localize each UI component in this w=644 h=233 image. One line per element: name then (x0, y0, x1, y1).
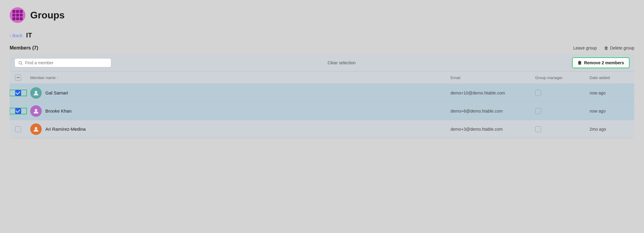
group-manager-label: Group manager (535, 75, 563, 80)
back-arrow-icon: ‹ (10, 33, 11, 38)
remove-trash-icon: 🗑 (577, 60, 582, 65)
table-row: Ari Ramírez-Medina demo+3@demo.htable.co… (10, 120, 634, 138)
grid-dot (20, 10, 23, 13)
row-1-date: now ago (586, 91, 634, 95)
row-1-checkbox-cell[interactable] (10, 90, 27, 96)
back-label: Back (12, 33, 22, 38)
grid-dot (12, 14, 15, 17)
clear-selection-button[interactable]: Clear selection (116, 60, 567, 65)
trash-icon: 🗑 (604, 46, 608, 50)
app-header: Groups (10, 7, 634, 23)
table-row: Brooke Khan demo+6@demo.htable.com now a… (10, 102, 634, 120)
members-toolbar: Members (7) Leave group 🗑 Delete group (10, 45, 634, 51)
row-1-manager-checkbox[interactable] (535, 90, 541, 96)
row-3-checkbox-cell[interactable] (10, 126, 27, 132)
row-2-checkbox-cell[interactable] (10, 108, 27, 114)
row-2-avatar (30, 105, 42, 117)
row-3-name: Ari Ramírez-Medina (45, 126, 86, 132)
remove-members-label: Remove 2 members (584, 60, 624, 65)
delete-group-button[interactable]: 🗑 Delete group (604, 46, 634, 50)
table-header: Member name ↑ Email Group manager Date a… (10, 72, 634, 84)
row-1-manager[interactable] (532, 90, 586, 96)
row-1-name: Gal Samari (45, 90, 68, 95)
app-icon (10, 7, 25, 23)
row-1-email: demo+10@demo.htable.com (447, 91, 532, 95)
search-icon (18, 61, 23, 65)
back-link[interactable]: ‹ Back (10, 33, 22, 38)
row-2-member: Brooke Khan (27, 105, 447, 117)
svg-line-1 (21, 64, 22, 65)
row-3-email: demo+3@demo.htable.com (447, 127, 532, 132)
grid-dot (16, 17, 19, 20)
th-email: Email (447, 75, 532, 81)
member-name-label: Member name (30, 75, 56, 80)
row-1-avatar (30, 87, 42, 99)
row-2-manager-checkbox[interactable] (535, 108, 541, 114)
leave-group-button[interactable]: Leave group (573, 46, 597, 50)
delete-group-label: Delete group (610, 46, 634, 50)
row-1-member: Gal Samari (27, 87, 447, 99)
row-3-date: 2mo ago (586, 127, 634, 132)
row-2-manager[interactable] (532, 108, 586, 114)
date-added-label: Date added (590, 75, 610, 80)
row-3-avatar (30, 123, 42, 135)
th-member-name: Member name ↑ (27, 75, 447, 81)
grid-icon (12, 10, 23, 20)
th-date-added: Date added (586, 75, 634, 81)
grid-dot (12, 10, 15, 13)
group-name: IT (26, 31, 32, 39)
members-table: Clear selection 🗑 Remove 2 members Membe… (10, 54, 634, 138)
grid-dot (20, 17, 23, 20)
app-title: Groups (30, 10, 65, 21)
search-bar: Clear selection 🗑 Remove 2 members (10, 54, 634, 72)
row-3-manager[interactable] (532, 126, 586, 132)
email-label: Email (450, 75, 460, 80)
table-row: Gal Samari demo+10@demo.htable.com now a… (10, 84, 634, 102)
th-group-manager: Group manager (532, 75, 586, 81)
members-count: Members (7) (10, 45, 38, 51)
row-3-manager-checkbox[interactable] (535, 126, 541, 132)
row-2-date: now ago (586, 109, 634, 113)
select-all-checkbox[interactable] (15, 75, 21, 81)
row-2-name: Brooke Khan (45, 108, 72, 113)
remove-members-button[interactable]: 🗑 Remove 2 members (572, 57, 629, 68)
svg-point-3 (35, 109, 37, 111)
grid-dot (12, 17, 15, 20)
search-input[interactable] (25, 60, 107, 65)
page-container: Groups ‹ Back IT Members (7) Leave group… (0, 0, 644, 233)
group-actions: Leave group 🗑 Delete group (573, 46, 634, 50)
sort-icon[interactable]: ↑ (57, 76, 59, 79)
grid-dot (16, 10, 19, 13)
th-checkbox[interactable] (10, 75, 27, 81)
row-2-email: demo+6@demo.htable.com (447, 109, 532, 113)
search-input-wrapper[interactable] (15, 58, 111, 67)
breadcrumb-row: ‹ Back IT (10, 31, 634, 39)
row-3-member: Ari Ramírez-Medina (27, 123, 447, 135)
grid-dot (20, 14, 23, 17)
grid-dot (16, 14, 19, 17)
row-3-checkbox[interactable] (15, 126, 21, 132)
row-2-checkbox[interactable] (15, 108, 21, 114)
svg-point-2 (35, 91, 37, 93)
svg-point-4 (35, 127, 37, 129)
row-1-checkbox[interactable] (15, 90, 21, 96)
